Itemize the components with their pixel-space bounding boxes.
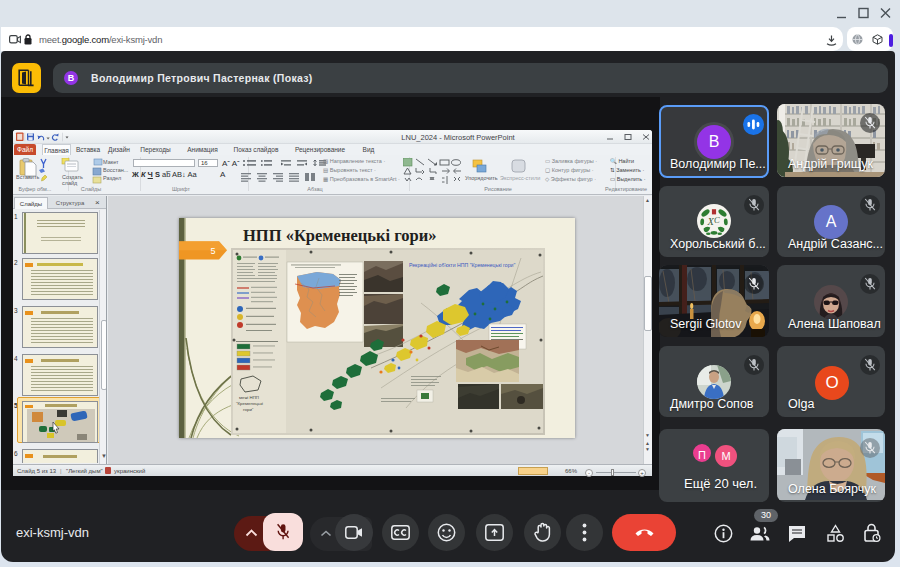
svg-text:НПП «Кременецькі гори»: НПП «Кременецькі гори»	[243, 226, 436, 245]
svg-text:Рекреаційні об'єкти НПП "Креме: Рекреаційні об'єкти НПП "Кременецькі гор…	[409, 262, 516, 268]
svg-text:"Кременецькі: "Кременецькі	[236, 401, 263, 406]
svg-text:С: С	[714, 215, 720, 225]
svg-text:межі НПП: межі НПП	[239, 395, 259, 400]
svg-text:гори": гори"	[243, 407, 254, 412]
svg-text:5: 5	[210, 246, 215, 256]
